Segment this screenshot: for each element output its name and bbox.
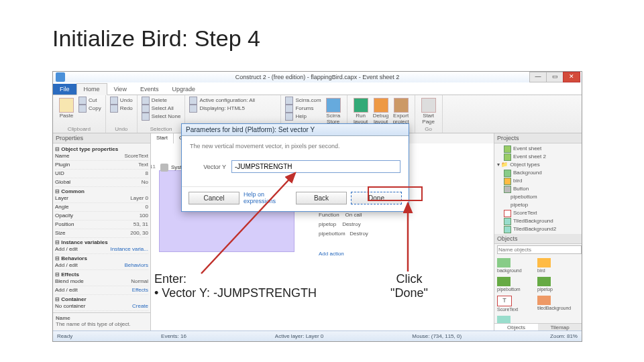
active-config[interactable]: Active configuration: All [189,97,276,105]
delete-button[interactable]: Delete [142,97,181,105]
cut-button[interactable]: Cut [78,97,101,105]
cancel-button[interactable]: Cancel [189,192,239,204]
props-cat-vars[interactable]: Instance variables [55,239,148,245]
right-panels: Projects Event sheet Event sheet 2 ▾ 📁Ob… [494,133,582,332]
prop-layer[interactable]: LayerLayer 0 [55,194,148,203]
sheet-icon [504,154,511,161]
start-page-button[interactable]: Start Page [419,97,438,125]
ribbon-group-clipboard: Paste Cut Copy Clipboard [53,95,106,133]
properties-header: Properties [53,133,150,143]
tree-pipebottom[interactable]: pipebottom [497,193,579,201]
help-link[interactable]: Help [285,113,321,121]
obj-scoretext[interactable]: TScoreText [497,296,533,312]
ribbon-group-undo: Undo Redo Undo [106,95,138,133]
scirra-link[interactable]: Scirra.com [285,97,321,105]
props-cat-objtype[interactable]: Object type properties [55,146,148,152]
export-button[interactable]: Export project [392,97,411,125]
back-button[interactable]: Back [296,192,347,204]
prop-angle[interactable]: Angle0 [55,203,148,212]
props-cat-common[interactable]: Common [55,188,148,194]
obj-tiledbg[interactable]: tiledBackground [537,296,574,312]
titlebar: Construct 2 - (free edition) - flappingB… [53,72,582,82]
tree-objtypes[interactable]: ▾ 📁Object types [497,161,579,169]
done-button[interactable]: Done [351,192,402,204]
tree-background[interactable]: Background [497,169,579,177]
minimize-button[interactable]: — [529,72,547,82]
prop-size[interactable]: Size200, 30 [55,229,148,238]
prop-position[interactable]: Position53, 31 [55,221,148,229]
prop-addvars[interactable]: Add / editInstance varia... [55,245,148,254]
objects-header: Objects [494,234,582,244]
tree-tiledbg2[interactable]: TiledBackground2 [497,225,579,233]
tree-button[interactable]: Button [497,185,579,193]
select-none-icon [142,113,150,121]
obj-background[interactable]: background [497,258,533,273]
tree-pipetop[interactable]: pipetop [497,201,579,209]
obj-icon [504,178,511,185]
tree-scoretext[interactable]: ScoreText [497,209,579,217]
sheet-icon [504,145,511,153]
select-all-icon [142,105,150,113]
status-zoom: Zoom: 81% [550,333,578,339]
tab-upgrade[interactable]: Upgrade [165,84,202,95]
select-none-button[interactable]: Select None [142,113,181,121]
projects-header: Projects [494,133,582,143]
prop-addbeh[interactable]: Add / editBehaviors [55,261,148,270]
props-cat-behaviors[interactable]: Behaviors [55,255,148,261]
status-ready: Ready [57,333,72,339]
obj-pipebottom[interactable]: pipebottom [497,277,533,292]
select-all-button[interactable]: Select All [142,105,181,113]
display-config[interactable]: Displaying: HTML5 [189,105,276,113]
prop-addfx[interactable]: Add / editEffects [55,286,148,295]
obj-thumb: T [497,296,512,306]
add-action-link[interactable]: Add action [319,251,344,257]
tree-bird[interactable]: bird [497,177,579,185]
tab-file[interactable]: File [53,84,76,95]
maximize-button[interactable]: ▭ [546,72,564,82]
prop-blend[interactable]: Blend modeNormal [55,278,148,286]
annotation-click-done: Click "Done" [390,272,428,300]
tree-eventsheet[interactable]: Event sheet [497,145,579,153]
copy-button[interactable]: Copy [78,105,101,113]
obj-pipetop[interactable]: pipetop [537,277,574,292]
paste-icon [59,98,74,113]
dialog-title: Parameters for bird (Platform): Set vect… [182,124,409,136]
redo-button[interactable]: Redo [110,105,133,113]
dialog-description: The new vertical movement vector, in pix… [190,143,400,149]
forums-link[interactable]: Forums [285,105,321,113]
close-button[interactable]: ✕ [563,72,580,82]
prop-global[interactable]: GlobalNo [55,178,148,187]
props-cat-container[interactable]: Container [55,296,148,302]
undo-button[interactable]: Undo [110,97,133,105]
redo-icon [110,105,118,113]
tab-events[interactable]: Events [133,84,166,95]
vector-y-label: Vector Y [190,164,231,170]
gear-icon [189,97,197,105]
properties-panel: Properties Object type properties NameSc… [53,133,151,332]
chat-icon [285,105,293,113]
paste-button[interactable]: Paste [57,97,76,119]
event-actions[interactable]: Function On call pipetop Destroy pipebot… [319,210,368,239]
store-button[interactable]: Scirra Store [324,97,343,125]
tab-start[interactable]: Start [151,133,174,143]
monitor-icon [189,105,197,113]
prop-opacity[interactable]: Opacity100 [55,212,148,221]
ribbon-tabs: File Home View Events Upgrade [53,82,582,95]
obj-bird[interactable]: bird [537,258,574,273]
objects-search-input[interactable] [497,245,582,254]
project-tree[interactable]: Event sheet Event sheet 2 ▾ 📁Object type… [494,143,582,234]
tree-eventsheet2[interactable]: Event sheet 2 [497,153,579,161]
prop-name[interactable]: NameScoreText [55,152,148,161]
tree-tiledbg[interactable]: TiledBackground [497,217,579,225]
props-cat-effects[interactable]: Effects [55,272,148,278]
tab-view[interactable]: View [107,84,133,95]
debug-button[interactable]: Debug layout [372,97,390,125]
obj-icon [504,218,511,225]
tab-home[interactable]: Home [76,83,107,95]
vector-y-input[interactable] [231,160,400,173]
help-expressions-link[interactable]: Help on expressions [244,191,288,204]
prop-nocont[interactable]: No containerCreate [55,302,148,311]
status-events: Events: 16 [161,333,186,339]
prop-plugin: PluginText [55,161,148,170]
run-button[interactable]: Run layout [352,97,370,125]
